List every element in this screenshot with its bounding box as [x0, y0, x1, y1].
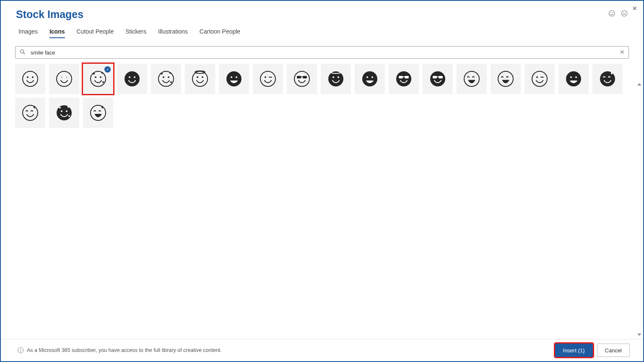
tab-illustrations[interactable]: Illustrations: [158, 28, 188, 38]
svg-point-53: [575, 76, 577, 78]
svg-point-2: [613, 13, 613, 13]
svg-point-3: [621, 10, 627, 16]
icon-laugh-outline[interactable]: [457, 64, 487, 94]
insert-button[interactable]: Insert (1): [555, 344, 593, 357]
icon-smile-hearts-outline[interactable]: ✓: [83, 64, 113, 94]
svg-point-23: [197, 76, 198, 78]
svg-point-52: [570, 76, 572, 78]
svg-point-18: [134, 76, 135, 78]
icon-tongue-filled[interactable]: [558, 64, 589, 94]
svg-point-1: [610, 13, 611, 13]
svg-point-38: [362, 71, 377, 86]
svg-point-41: [396, 71, 411, 86]
svg-point-16: [125, 71, 140, 86]
tab-icons[interactable]: Icons: [49, 28, 65, 38]
icon-halo-filled[interactable]: [321, 64, 351, 94]
svg-point-58: [66, 110, 68, 112]
feedback-frown-icon[interactable]: [621, 10, 628, 19]
svg-point-29: [260, 71, 275, 86]
svg-point-30: [265, 76, 266, 78]
svg-point-31: [294, 71, 309, 86]
dialog-footer: i As a Microsoft 365 subscriber, you hav…: [1, 339, 643, 361]
clear-search-icon[interactable]: ✕: [620, 49, 625, 55]
svg-point-51: [566, 71, 581, 86]
svg-point-54: [600, 71, 615, 86]
svg-rect-42: [399, 76, 403, 78]
icon-smile-halo-outline[interactable]: [185, 64, 215, 94]
svg-point-10: [57, 71, 72, 86]
svg-point-57: [61, 110, 62, 112]
svg-point-49: [532, 71, 547, 86]
icon-sweat-filled[interactable]: [592, 64, 623, 94]
svg-point-12: [66, 77, 67, 78]
search-input[interactable]: [15, 46, 629, 59]
footer-info-text: As a Microsoft 365 subscriber, you have …: [27, 347, 222, 353]
svg-rect-45: [433, 76, 437, 78]
svg-point-8: [27, 76, 29, 78]
cancel-button[interactable]: Cancel: [597, 344, 630, 357]
svg-point-6: [21, 50, 24, 53]
tab-images[interactable]: Images: [18, 28, 38, 38]
svg-point-11: [61, 77, 62, 78]
svg-point-56: [57, 105, 72, 120]
svg-point-40: [371, 76, 373, 78]
svg-point-48: [498, 71, 513, 86]
selected-check-icon: ✓: [104, 66, 111, 73]
svg-point-0: [609, 10, 615, 16]
svg-point-19: [158, 71, 174, 86]
icon-grin-filled-2[interactable]: [355, 64, 385, 94]
svg-rect-32: [297, 76, 301, 78]
svg-point-20: [163, 76, 164, 78]
icon-sunglasses-outline[interactable]: [287, 64, 317, 94]
icon-wink-outline-2[interactable]: [525, 64, 555, 94]
svg-point-55: [23, 105, 38, 120]
scrollbar[interactable]: [636, 83, 642, 336]
dialog-header: Stock Images: [1, 1, 643, 21]
icon-smile-outline[interactable]: [15, 64, 45, 94]
tab-cutout-people[interactable]: Cutout People: [77, 28, 114, 38]
svg-point-17: [129, 76, 130, 78]
svg-rect-46: [439, 76, 443, 78]
svg-point-9: [32, 76, 34, 78]
svg-rect-33: [303, 76, 307, 78]
svg-point-27: [231, 76, 232, 78]
svg-point-44: [430, 71, 445, 86]
svg-rect-43: [405, 76, 409, 78]
icon-grin-filled[interactable]: [219, 64, 249, 94]
tab-cartoon-people[interactable]: Cartoon People: [200, 28, 240, 38]
icon-smile-dots-outline[interactable]: [49, 64, 79, 94]
icon-wink-outline[interactable]: [253, 64, 283, 94]
svg-point-39: [366, 76, 368, 78]
stock-images-dialog: ✕ Stock Images ImagesIconsCutout PeopleS…: [0, 0, 644, 362]
svg-point-4: [623, 13, 623, 13]
svg-point-7: [23, 71, 38, 86]
category-tabs: ImagesIconsCutout PeopleStickersIllustra…: [1, 21, 643, 39]
icon-laugh-open-outline[interactable]: [491, 64, 521, 94]
close-icon[interactable]: ✕: [632, 5, 637, 12]
svg-point-36: [338, 76, 339, 78]
feedback-smile-icon[interactable]: [608, 10, 615, 19]
dialog-title: Stock Images: [16, 8, 83, 21]
icon-sunglasses-filled-2[interactable]: [423, 64, 453, 94]
icon-sweat-outline[interactable]: [15, 98, 45, 128]
icon-sunglasses-filled[interactable]: [389, 64, 419, 94]
info-icon: i: [18, 347, 23, 353]
svg-point-59: [91, 105, 106, 120]
svg-point-47: [464, 71, 479, 86]
tab-stickers[interactable]: Stickers: [125, 28, 146, 38]
icon-laugh-sweat-outline[interactable]: [83, 98, 113, 128]
icons-grid: ✓: [1, 62, 643, 339]
svg-point-21: [168, 76, 169, 78]
svg-point-35: [332, 76, 334, 78]
search-icon: [19, 49, 26, 55]
svg-point-13: [91, 71, 106, 86]
svg-point-5: [625, 13, 626, 13]
svg-point-50: [536, 76, 538, 78]
icon-smile-hearts-outline-2[interactable]: [151, 64, 181, 94]
svg-point-24: [202, 76, 203, 78]
icon-smile-filled[interactable]: [117, 64, 147, 94]
svg-point-26: [226, 71, 242, 86]
svg-point-14: [95, 76, 96, 78]
svg-point-15: [100, 76, 101, 78]
icon-hearts-filled[interactable]: [49, 98, 79, 128]
